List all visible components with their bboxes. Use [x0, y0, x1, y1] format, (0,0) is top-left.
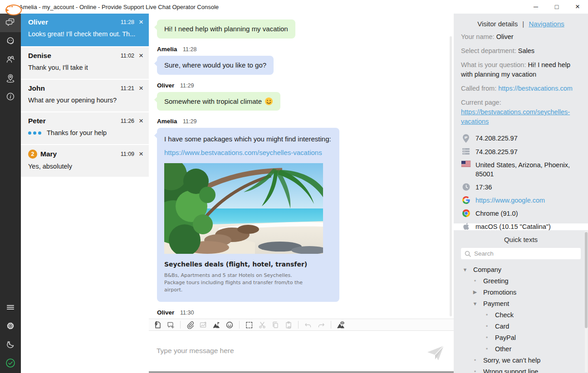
info-row-referrer: https://www.google.com	[461, 196, 581, 205]
operator-message-bubble: Sure, where would you like to go?	[157, 56, 274, 75]
called-from-link[interactable]: https://bestvacations.com	[498, 85, 573, 92]
field-department: Select department: Sales	[461, 46, 581, 56]
chat-list-item-john[interactable]: John 11:21 × What are your opening hours…	[21, 80, 149, 111]
quick-texts-search[interactable]	[461, 248, 581, 259]
close-chat-icon[interactable]: ×	[139, 151, 143, 157]
info-row-local-time: 17:36	[461, 183, 581, 192]
tree-label: Wrong support line	[483, 368, 538, 373]
sidebar-item-dark-mode[interactable]	[0, 336, 21, 354]
sidebar-item-info[interactable]	[0, 88, 21, 107]
chat-name: Mary	[40, 150, 57, 158]
title-bar: Amelia - my_account - Online - Provide S…	[0, 0, 588, 14]
tree-item-check[interactable]: • Check	[461, 309, 581, 320]
chat-list-item-peter[interactable]: Peter 11:26 × Thanks for your help	[21, 112, 149, 144]
maximize-button[interactable]: □	[546, 0, 567, 14]
composer-toolbar	[149, 319, 454, 331]
tab-navigations[interactable]: Navigations	[529, 20, 564, 28]
chat-time: 11:26	[121, 118, 134, 124]
sender-line: Oliver 11:29	[157, 82, 446, 89]
link-preview-title: Seychelles deals (flight, hotel, transfe…	[164, 260, 331, 269]
message-time: 11:30	[180, 310, 194, 316]
insert-emoji-icon[interactable]	[225, 320, 235, 329]
close-chat-icon[interactable]: ×	[139, 19, 143, 25]
message-text: I have some packages which you might fin…	[164, 135, 331, 143]
chat-preview: Thank you, I'll take it	[28, 64, 143, 71]
minimize-button[interactable]: ─	[525, 0, 546, 14]
message-time: 11:28	[183, 46, 196, 53]
chat-preview: Looks great! I'll check them out. Th...	[28, 30, 143, 38]
sidebar-item-chats[interactable]	[0, 14, 21, 32]
tree-item-greeting[interactable]: • Greeting	[461, 275, 581, 286]
bullet-icon: •	[484, 311, 490, 318]
canned-responses-icon[interactable]	[152, 320, 162, 329]
tree-label: Check	[495, 311, 514, 319]
chat-list: Oliver 11:28 × Looks great! I'll check t…	[21, 14, 149, 373]
chat-name: Peter	[28, 117, 46, 125]
smiley-emoji-icon	[265, 97, 273, 106]
message-input[interactable]	[149, 331, 454, 370]
sidebar-item-visitors[interactable]	[0, 51, 21, 69]
tree-item-other[interactable]: • Other	[461, 343, 581, 354]
vacation-link[interactable]: https://www.bestvacations.com/seychelles…	[164, 148, 322, 158]
expanded-arrow-icon[interactable]: ▼	[472, 301, 478, 306]
message-history: Hi! I need help with planning my vacatio…	[149, 14, 454, 319]
sidebar-item-online-status[interactable]	[0, 354, 21, 373]
tree-item-company[interactable]: ▼ Company	[461, 264, 581, 275]
info-row-host: 74.208.225.97	[461, 147, 581, 156]
close-chat-icon[interactable]: ×	[139, 85, 143, 92]
attach-file-icon[interactable]	[185, 320, 195, 329]
search-input[interactable]	[474, 250, 577, 257]
os-version: macOS (10.15 "Catalina")	[475, 222, 551, 231]
chat-list-item-oliver[interactable]: Oliver 11:28 × Looks great! I'll check t…	[21, 14, 149, 46]
sidebar-item-operator[interactable]	[0, 32, 21, 51]
add-canned-response-icon[interactable]	[166, 320, 176, 329]
chat-preview: What are your opening hours?	[28, 97, 143, 104]
link-preview-card[interactable]: Seychelles deals (flight, hotel, transfe…	[164, 163, 331, 294]
field-called-from: Called from: https://bestvacations.com	[461, 84, 581, 93]
seychelles-beach-image[interactable]	[164, 163, 323, 254]
sender-name: Amelia	[157, 46, 177, 53]
select-area-icon[interactable]	[244, 320, 254, 329]
close-chat-icon[interactable]: ×	[139, 53, 143, 59]
panel-scrollbar-thumb[interactable]	[585, 232, 588, 328]
tree-item-card[interactable]: • Card	[461, 320, 581, 332]
tree-item-promotions[interactable]: ▶ Promotions	[461, 286, 581, 298]
field-label: Select department:	[461, 47, 516, 54]
copy-icon	[270, 320, 280, 329]
cut-icon	[257, 320, 267, 329]
info-icon	[5, 92, 15, 103]
collapsed-arrow-icon[interactable]: ▶	[472, 289, 478, 295]
chat-list-item-mary[interactable]: 2 Mary 11:09 × Yes, absolutely	[21, 145, 149, 177]
expanded-arrow-icon[interactable]: ▼	[462, 267, 468, 272]
sidebar-item-location[interactable]	[0, 69, 21, 88]
svg-text:IP: IP	[465, 136, 468, 139]
sidebar-item-menu[interactable]	[0, 299, 21, 317]
tree-item-payment[interactable]: ▼ Payment	[461, 298, 581, 309]
push-image-icon[interactable]	[211, 320, 221, 329]
tab-visitor-details[interactable]: Visitor details	[477, 20, 518, 28]
chat-time: 11:21	[121, 85, 134, 92]
redo-icon	[316, 320, 326, 329]
close-button[interactable]: ×	[567, 0, 588, 14]
field-your-name: Your name: Oliver	[461, 32, 581, 42]
messages-scrollbar[interactable]	[450, 36, 452, 316]
referrer-link[interactable]: https://www.google.com	[475, 196, 545, 205]
tree-label: Company	[473, 266, 501, 273]
info-row-ip: IP 74.208.225.97	[461, 134, 581, 143]
field-current-page: Current page: https://bestvacations.com/…	[461, 98, 581, 126]
tree-item-wrong-support-line[interactable]: • Wrong support line	[461, 366, 581, 373]
tree-item-sorry-we-cant-help[interactable]: • Sorry, we can’t help	[461, 354, 581, 366]
current-page-link[interactable]: https://bestvacations.com/seychelles-vac…	[461, 108, 570, 125]
visitor-details-section: Visitor details | Navigations Your name:…	[454, 14, 588, 223]
chat-list-item-denise[interactable]: Denise 11:02 × Thank you, I'll take it	[21, 47, 149, 79]
sidebar-item-settings[interactable]	[0, 317, 21, 336]
send-button[interactable]	[426, 343, 446, 363]
tree-item-paypal[interactable]: • PayPal	[461, 332, 581, 343]
app-logo-icon	[5, 2, 15, 11]
gear-icon	[5, 321, 15, 333]
field-label: Called from:	[461, 85, 496, 92]
view-image-icon[interactable]	[336, 320, 346, 329]
chat-time: 11:28	[121, 19, 134, 25]
message-composer	[149, 331, 454, 373]
close-chat-icon[interactable]: ×	[139, 118, 143, 124]
